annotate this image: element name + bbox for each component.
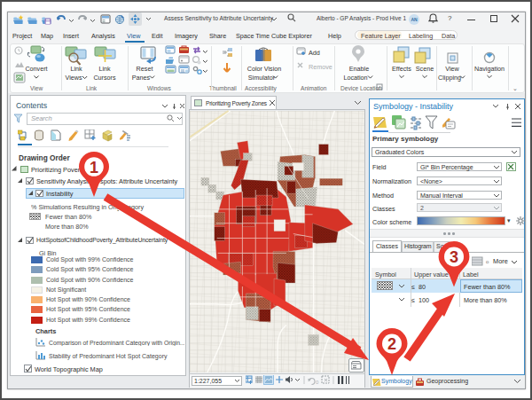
svg-text:1: 1 xyxy=(90,159,98,176)
svg-text:2: 2 xyxy=(387,335,396,353)
svg-text:3: 3 xyxy=(450,248,458,266)
